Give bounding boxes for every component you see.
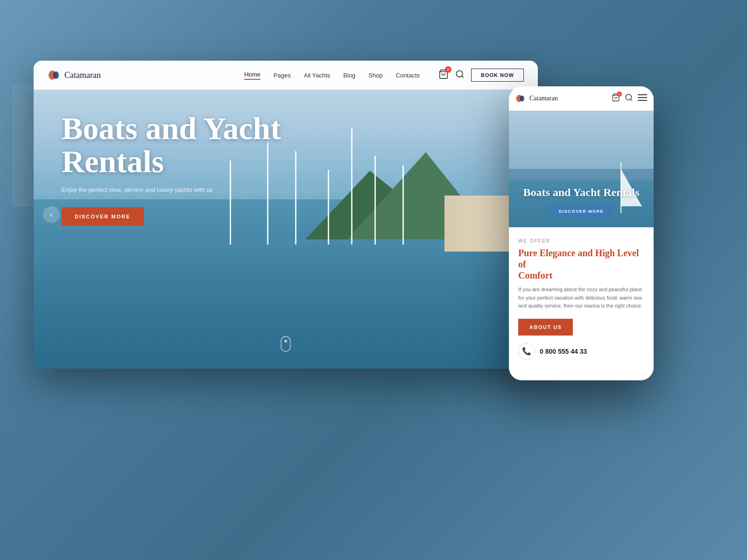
phone-number: 0 800 555 44 33: [540, 348, 587, 355]
mast-7: [402, 165, 404, 245]
nav-link-shop[interactable]: Shop: [368, 72, 382, 79]
search-icon: [455, 70, 465, 79]
mobile-hero-content: Boats and Yacht Rentals DISCOVER MORE: [509, 186, 654, 218]
mobile-hero-title: Boats and Yacht Rentals: [509, 186, 654, 199]
phone-row: 📞 0 800 555 44 33: [518, 343, 644, 360]
mobile-content-section: WE OFFER Pure Elegance and High Level of…: [509, 227, 654, 380]
desktop-hero-content: Boats and Yacht Rentals Enjoy the perfec…: [62, 112, 332, 226]
mobile-hero: Boats and Yacht Rentals DISCOVER MORE: [509, 111, 654, 227]
mobile-search-icon: [625, 93, 633, 102]
cart-badge: 0: [445, 66, 451, 73]
mobile-logo-icon: [515, 93, 526, 104]
mobile-mockup: Catamaran 0: [509, 86, 654, 380]
nav-link-contacts[interactable]: Contacts: [396, 72, 420, 79]
nav-link-home[interactable]: Home: [244, 71, 261, 80]
mobile-search-button[interactable]: [625, 93, 633, 104]
nav-link-all-yachts[interactable]: All Yachts: [304, 72, 331, 79]
svg-point-9: [626, 94, 631, 100]
mobile-cart-button[interactable]: 0: [612, 93, 620, 104]
mast-6: [374, 156, 376, 245]
phone-icon: 📞: [522, 347, 531, 356]
nav-prev-arrow[interactable]: ‹: [43, 206, 60, 223]
desktop-search-button[interactable]: [455, 70, 465, 81]
we-offer-label: WE OFFER: [518, 238, 644, 244]
desktop-nav-links: Home Pages All Yachts Blog Shop Contacts: [244, 71, 420, 80]
mobile-section-title-accent: Comfort: [518, 270, 552, 280]
catamaran-logo-icon: [48, 69, 61, 82]
desktop-cart-button[interactable]: 0: [438, 69, 449, 81]
phone-icon-circle: 📞: [518, 343, 535, 360]
svg-point-3: [457, 71, 463, 77]
mobile-section-title: Pure Elegance and High Level of Comfort: [518, 247, 644, 281]
svg-rect-4: [281, 336, 290, 351]
mobile-section-body: If you are dreaming about the cozy and p…: [518, 286, 644, 310]
mobile-logo-text: Catamaran: [529, 95, 608, 102]
hamburger-icon: [638, 94, 647, 101]
desktop-nav-actions: 0 BOOK NOW: [438, 69, 524, 82]
mast-5: [351, 128, 352, 245]
desktop-mockup: Catamaran Home Pages All Yachts Blog Sho…: [34, 61, 538, 369]
mobile-discover-button[interactable]: DISCOVER MORE: [550, 205, 612, 218]
mobile-section-title-part1: Pure Elegance and High Level of: [518, 248, 639, 269]
mobile-nav-actions: 0: [612, 93, 647, 104]
scroll-indicator: [280, 336, 291, 355]
desktop-logo-text: Catamaran: [64, 70, 101, 80]
about-us-button[interactable]: ABOUT US: [518, 319, 573, 336]
nav-link-blog[interactable]: Blog: [343, 72, 355, 79]
mobile-sky: [509, 111, 654, 169]
svg-point-5: [284, 340, 287, 343]
book-now-button[interactable]: BOOK NOW: [471, 69, 524, 82]
desktop-logo[interactable]: Catamaran: [48, 69, 101, 82]
svg-point-7: [520, 96, 524, 102]
mobile-navbar: Catamaran 0: [509, 86, 654, 111]
mobile-cart-badge: 0: [617, 91, 622, 97]
desktop-navbar: Catamaran Home Pages All Yachts Blog Sho…: [34, 61, 538, 90]
nav-link-pages[interactable]: Pages: [274, 72, 291, 79]
svg-point-1: [53, 71, 59, 79]
desktop-hero-title: Boats and Yacht Rentals: [62, 112, 332, 179]
desktop-hero-subtitle: Enjoy the perfect view, service and luxu…: [62, 186, 332, 193]
desktop-discover-button[interactable]: DISCOVER MORE: [62, 207, 144, 226]
mobile-menu-button[interactable]: [638, 94, 647, 103]
